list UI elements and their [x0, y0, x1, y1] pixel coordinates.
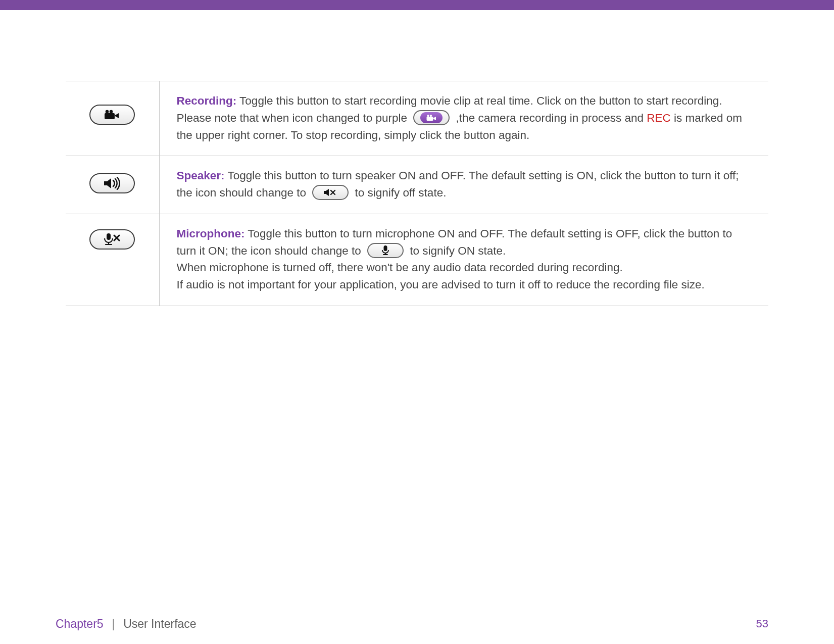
svg-rect-2 — [105, 113, 115, 119]
svg-point-3 — [427, 115, 429, 117]
section-label: User Interface — [123, 617, 196, 630]
row-text: Toggle this button to turn speaker ON an… — [177, 169, 739, 199]
icon-cell — [66, 214, 159, 306]
rec-label: REC — [647, 112, 671, 124]
page-number: 53 — [756, 617, 768, 631]
top-accent-bar — [0, 0, 834, 10]
row-text: to signify ON state. — [410, 244, 506, 257]
row-title: Recording: — [177, 94, 237, 107]
microphone-on-icon — [381, 245, 390, 256]
description-cell: Microphone: Toggle this button to turn m… — [159, 214, 768, 306]
row-text: to signify off state. — [355, 186, 446, 199]
microphone-off-icon — [102, 232, 123, 246]
icon-cell — [66, 81, 159, 156]
description-cell: Speaker: Toggle this button to turn spea… — [159, 156, 768, 214]
video-camera-icon — [103, 109, 121, 120]
speaker-off-icon — [322, 188, 339, 197]
row-text: When microphone is turned off, there won… — [177, 261, 623, 274]
footer-left: Chapter5 | User Interface — [56, 617, 197, 631]
table-row: Speaker: Toggle this button to turn spea… — [66, 156, 768, 214]
table-row: Recording: Toggle this button to start r… — [66, 81, 768, 156]
speaker-on-button[interactable] — [89, 173, 135, 193]
svg-rect-11 — [383, 245, 387, 251]
purple-chip — [420, 112, 443, 123]
speaker-on-icon — [102, 177, 122, 190]
row-title: Microphone: — [177, 227, 245, 240]
speaker-off-button — [312, 185, 349, 200]
page-footer: Chapter5 | User Interface 53 — [0, 617, 834, 631]
svg-point-1 — [110, 110, 113, 114]
svg-rect-7 — [324, 191, 326, 194]
description-cell: Recording: Toggle this button to start r… — [159, 81, 768, 156]
table-row: Microphone: Toggle this button to turn m… — [66, 214, 768, 306]
controls-table: Recording: Toggle this button to start r… — [66, 81, 768, 306]
page-content: Recording: Toggle this button to start r… — [0, 10, 834, 306]
svg-rect-8 — [107, 233, 111, 240]
footer-separator: | — [109, 617, 118, 630]
video-camera-icon — [425, 114, 437, 121]
video-camera-button[interactable] — [89, 105, 135, 125]
chapter-label: Chapter5 — [56, 617, 104, 630]
svg-rect-5 — [427, 117, 433, 121]
svg-rect-6 — [104, 181, 107, 185]
video-camera-button-purple — [413, 110, 450, 125]
row-title: Speaker: — [177, 169, 225, 182]
microphone-on-button — [367, 243, 404, 258]
svg-point-4 — [430, 115, 432, 117]
microphone-off-button[interactable] — [89, 229, 135, 250]
row-text: If audio is not important for your appli… — [177, 278, 705, 291]
svg-point-0 — [106, 110, 109, 114]
icon-cell — [66, 156, 159, 214]
row-text: ,the camera recording in process and — [456, 112, 647, 124]
